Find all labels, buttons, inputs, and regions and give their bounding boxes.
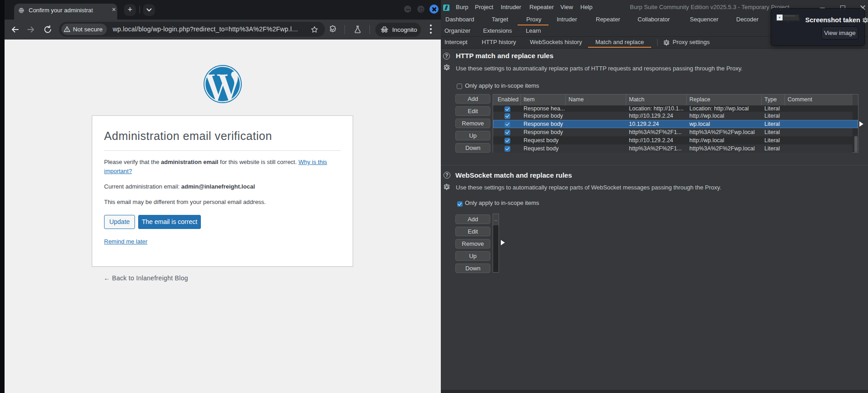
tab-search-button[interactable] (143, 4, 155, 16)
match-replace-underline (588, 47, 651, 48)
cell-match: http://10.129.2.24 (626, 112, 687, 120)
ws-table-resize-handle[interactable] (501, 240, 505, 245)
admin-email-bold: administration email (161, 159, 218, 165)
menu-intruder[interactable]: Intruder (501, 4, 521, 10)
extensions-puzzle-icon[interactable] (328, 25, 337, 34)
window-minimize-button[interactable] (404, 5, 412, 13)
row-enabled-checkbox[interactable] (493, 128, 521, 136)
ws-table-header: .. (493, 214, 499, 225)
table-row[interactable]: Response body http://10.129.2.24 http://… (493, 112, 853, 120)
subtab-websockets-history[interactable]: WebSockets history (530, 39, 582, 45)
cell-match: http%3A%2F%2F1... (626, 144, 687, 153)
ws-scope-checkbox[interactable] (457, 201, 463, 207)
http-add-button[interactable]: Add (455, 94, 490, 104)
burp-bottom-edge (441, 390, 868, 393)
http-remove-button[interactable]: Remove (455, 119, 490, 128)
table-row-selected[interactable]: Response body 10.129.2.24 wp.local Liter… (493, 120, 858, 128)
tab-repeater[interactable]: Repeater (596, 16, 620, 23)
column-header-type[interactable]: Type (762, 95, 785, 105)
tab-organizer[interactable]: Organizer (444, 27, 470, 34)
http-up-button[interactable]: Up (455, 131, 490, 140)
menu-help[interactable]: Help (580, 4, 593, 10)
row-enabled-checkbox[interactable] (493, 105, 521, 112)
tab-intruder[interactable]: Intruder (557, 16, 577, 23)
row-enabled-checkbox[interactable] (493, 136, 521, 144)
browser-tab[interactable]: Confirm your administrat ✕ (14, 4, 117, 20)
update-button[interactable]: Update (104, 215, 135, 229)
tab-collaborator[interactable]: Collaborator (638, 16, 670, 23)
subtab-divider (657, 39, 658, 46)
back-button[interactable] (10, 25, 20, 34)
column-header-item[interactable]: Item (521, 95, 566, 105)
column-header-comment[interactable]: Comment (785, 95, 853, 105)
notification-title: Screenshot taken (805, 16, 860, 24)
tab-dashboard[interactable]: Dashboard (445, 16, 474, 23)
not-secure-chip[interactable]: Not secure (61, 24, 107, 35)
row-enabled-checkbox[interactable] (493, 144, 521, 153)
window-maximize-button[interactable] (417, 5, 425, 13)
subtab-intercept[interactable]: Intercept (444, 39, 468, 45)
new-tab-button[interactable]: + (124, 4, 136, 16)
table-resize-handle[interactable] (859, 121, 863, 127)
row-enabled-checkbox[interactable] (493, 120, 521, 128)
http-down-button[interactable]: Down (455, 143, 490, 153)
incognito-icon (380, 26, 389, 33)
back-to-blog-link[interactable]: ← Back to Inlanefreight Blog (104, 274, 188, 282)
cell-match: 10.129.2.24 (626, 120, 687, 128)
ws-edit-button[interactable]: Edit (455, 227, 490, 236)
ws-down-button[interactable]: Down (455, 264, 490, 273)
table-scrollbar-thumb[interactable] (854, 136, 858, 152)
window-close-button[interactable] (429, 5, 439, 14)
bookmark-star-icon[interactable] (310, 25, 319, 34)
subtab-proxy-settings[interactable]: Proxy settings (673, 39, 710, 45)
view-image-button[interactable]: View image (821, 26, 858, 40)
ws-add-button[interactable]: Add (455, 214, 490, 224)
labs-flask-icon[interactable] (353, 25, 362, 34)
table-row[interactable]: Request body http%3A%2F%2F1... http%3A%2… (493, 144, 853, 153)
column-header-enabled[interactable]: Enabled (493, 95, 521, 105)
tab-proxy[interactable]: Proxy (526, 16, 541, 23)
cell-name (566, 128, 626, 136)
tab-sequencer[interactable]: Sequencer (690, 16, 718, 23)
ws-remove-button[interactable]: Remove (455, 239, 490, 249)
http-section-gear-icon[interactable] (443, 64, 450, 71)
browser-menu-button[interactable] (430, 25, 432, 35)
column-header-name[interactable]: Name (566, 95, 626, 105)
verify-text: Please verify that the (104, 159, 161, 165)
row-enabled-checkbox[interactable] (493, 112, 521, 120)
menu-project[interactable]: Project (475, 4, 493, 10)
reload-button[interactable] (43, 25, 52, 34)
http-scope-label: Only apply to in-scope items (465, 82, 539, 89)
table-row[interactable]: Request body http://10.129.2.24 http://w… (493, 136, 853, 144)
verify-paragraph: Please verify that the administration em… (104, 158, 329, 175)
forward-button[interactable] (26, 25, 35, 34)
toolbar-divider (344, 25, 345, 34)
menu-burp[interactable]: Burp (456, 4, 468, 10)
help-circle-icon[interactable]: ? (443, 53, 450, 60)
tab-learn[interactable]: Learn (526, 27, 541, 34)
column-header-replace[interactable]: Replace (687, 95, 762, 105)
menu-view[interactable]: View (560, 4, 573, 10)
subtab-match-replace[interactable]: Match and replace (595, 39, 644, 45)
table-row[interactable]: Response body http%3A%2F%2F1... http%3A%… (493, 128, 853, 136)
ws-help-circle-icon[interactable]: ? (444, 172, 450, 179)
tab-decoder[interactable]: Decoder (736, 16, 758, 23)
ws-section-gear-icon[interactable] (443, 183, 450, 191)
cell-replace: Location: http://wp.local (687, 105, 762, 112)
column-header-match[interactable]: Match (626, 95, 687, 105)
table-row[interactable]: Response hea... Location: http://10.1...… (493, 105, 853, 112)
page-title: Administration email verification (104, 129, 272, 143)
tab-extensions[interactable]: Extensions (483, 27, 512, 34)
ws-up-button[interactable]: Up (455, 251, 490, 261)
burp-settings-gear-icon[interactable] (862, 17, 868, 25)
tab-close-icon[interactable]: ✕ (110, 6, 117, 13)
email-correct-button[interactable]: The email is correct (138, 215, 201, 229)
url-bar[interactable]: Not secure wp.local/blog/wp-login.php?re… (59, 22, 325, 37)
remind-later-link[interactable]: Remind me later (104, 238, 147, 245)
tab-target[interactable]: Target (492, 16, 508, 23)
menu-repeater[interactable]: Repeater (529, 4, 554, 10)
http-scope-checkbox[interactable] (457, 84, 462, 89)
subtab-http-history[interactable]: HTTP history (482, 39, 516, 45)
http-edit-button[interactable]: Edit (455, 106, 490, 116)
wordpress-logo[interactable] (204, 65, 242, 103)
